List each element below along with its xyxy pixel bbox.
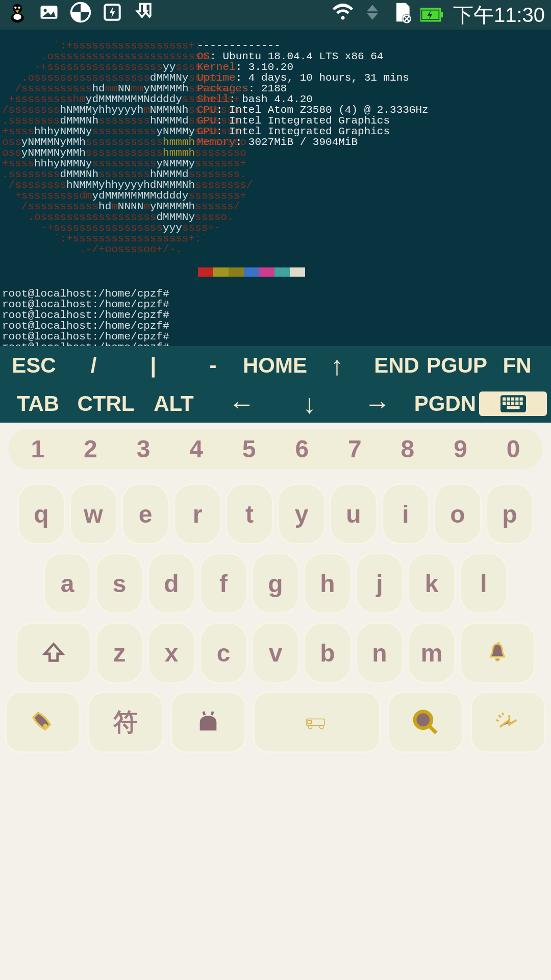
neofetch-ascii: `:+ssssssssssssssssss+:` .osssssssssssss…	[2, 40, 195, 255]
term-key-pgup[interactable]: PGUP	[427, 353, 487, 378]
numkey-9[interactable]: 9	[434, 435, 487, 463]
key-w[interactable]: w	[69, 483, 117, 545]
key-b[interactable]: b	[304, 622, 352, 683]
fan-icon	[69, 1, 92, 29]
neofetch-info: -------------OS: Ubuntu 18.04.4 LTS x86_…	[195, 40, 429, 255]
svg-rect-24	[507, 397, 510, 400]
key-r[interactable]: r	[173, 483, 221, 545]
key-v[interactable]: v	[252, 622, 299, 683]
key-p[interactable]: p	[486, 483, 534, 545]
term-key-fn[interactable]: FN	[487, 353, 547, 378]
svg-rect-27	[519, 397, 522, 400]
term-key-ctrl[interactable]: CTRL	[72, 391, 140, 416]
key-j[interactable]: j	[356, 553, 404, 614]
numkey-0[interactable]: 0	[487, 435, 540, 463]
download-icon	[133, 1, 155, 29]
shift-key[interactable]	[16, 622, 91, 683]
term-key-|[interactable]: |	[123, 353, 183, 378]
term-key-pgdn[interactable]: PGDN	[411, 391, 479, 416]
term-key-home[interactable]: HOME	[243, 353, 307, 378]
term-key-end[interactable]: END	[367, 353, 427, 378]
svg-rect-26	[515, 397, 518, 400]
bell-key[interactable]	[460, 622, 535, 683]
emoji-key[interactable]	[170, 692, 246, 753]
term-key-esc[interactable]: ESC	[4, 353, 64, 378]
clock: 下午11:30	[453, 1, 545, 29]
key-h[interactable]: h	[304, 553, 352, 614]
enter-key[interactable]	[470, 692, 546, 753]
key-a[interactable]: a	[43, 553, 91, 614]
key-z[interactable]: z	[95, 622, 143, 683]
svg-rect-23	[503, 397, 506, 400]
numkey-7[interactable]: 7	[329, 435, 382, 463]
svg-rect-28	[503, 401, 506, 404]
svg-point-7	[44, 9, 47, 12]
svg-marker-12	[367, 5, 378, 11]
terminal-output[interactable]: `:+ssssssssssssssssss+:` .osssssssssssss…	[0, 30, 551, 346]
wifi-icon	[332, 1, 354, 29]
svg-rect-29	[507, 401, 510, 404]
svg-rect-35	[306, 719, 324, 725]
key-c[interactable]: c	[199, 622, 247, 683]
term-key--[interactable]: -	[183, 353, 243, 378]
svg-rect-32	[519, 401, 522, 404]
term-key-↑[interactable]: ↑	[307, 350, 367, 381]
key-g[interactable]: g	[252, 553, 299, 614]
key-u[interactable]: u	[330, 483, 378, 545]
android-status-bar: 下午11:30	[0, 0, 551, 30]
prompt-lines: root@localhost:/home/cpzf#root@localhost…	[2, 288, 549, 346]
svg-rect-31	[515, 401, 518, 404]
space-key[interactable]	[253, 692, 381, 753]
svg-rect-19	[440, 12, 443, 17]
key-t[interactable]: t	[226, 483, 273, 545]
key-l[interactable]: l	[460, 553, 508, 614]
svg-rect-25	[511, 397, 514, 400]
symbols-key[interactable]: 符	[88, 692, 163, 753]
toggle-keyboard-key[interactable]	[479, 391, 547, 416]
numkey-3[interactable]: 3	[117, 435, 170, 463]
tux-icon	[6, 1, 29, 29]
key-k[interactable]: k	[408, 553, 456, 614]
numkey-4[interactable]: 4	[170, 435, 223, 463]
key-n[interactable]: n	[356, 622, 404, 683]
svg-marker-13	[367, 13, 378, 20]
svg-rect-30	[511, 401, 514, 404]
svg-point-4	[18, 7, 20, 9]
key-m[interactable]: m	[408, 622, 456, 683]
key-y[interactable]: y	[278, 483, 325, 545]
term-key-↓[interactable]: ↓	[276, 388, 343, 419]
svg-point-34	[44, 725, 46, 727]
search-key[interactable]	[388, 692, 463, 753]
term-key-→[interactable]: →	[343, 388, 411, 419]
svg-point-3	[14, 7, 16, 9]
key-i[interactable]: i	[382, 483, 430, 545]
numkey-2[interactable]: 2	[64, 435, 117, 463]
key-o[interactable]: o	[434, 483, 482, 545]
key-e[interactable]: e	[121, 483, 169, 545]
numkey-8[interactable]: 8	[381, 435, 434, 463]
terminal-extra-keys: ESC/|-HOME↑ENDPGUPFN TABCTRLALT←↓→PGDN	[0, 346, 551, 423]
key-s[interactable]: s	[95, 553, 143, 614]
key-d[interactable]: d	[147, 553, 195, 614]
svg-point-2	[13, 14, 21, 20]
numkey-5[interactable]: 5	[222, 435, 276, 463]
svg-point-39	[415, 712, 432, 728]
term-key-/[interactable]: /	[64, 353, 123, 378]
sd-card-icon	[391, 1, 413, 29]
image-icon	[38, 1, 60, 29]
battery-charging-icon	[420, 4, 443, 26]
svg-rect-33	[507, 406, 519, 409]
color-blocks	[198, 267, 549, 278]
voice-key[interactable]	[5, 692, 81, 753]
numkey-6[interactable]: 6	[276, 435, 329, 463]
key-f[interactable]: f	[199, 553, 247, 614]
number-row: 1234567890	[8, 429, 543, 469]
key-x[interactable]: x	[147, 622, 195, 683]
bolt-icon	[101, 1, 123, 29]
key-q[interactable]: q	[17, 483, 65, 545]
numkey-1[interactable]: 1	[11, 435, 64, 463]
svg-rect-38	[308, 720, 311, 724]
term-key-alt[interactable]: ALT	[140, 391, 208, 416]
term-key-tab[interactable]: TAB	[4, 391, 72, 416]
term-key-←[interactable]: ←	[208, 388, 276, 419]
